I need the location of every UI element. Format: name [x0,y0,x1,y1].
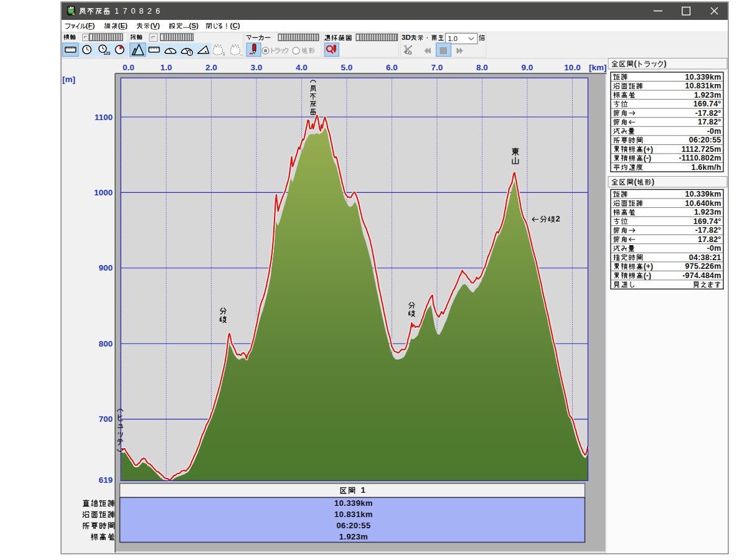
svg-text:-974.484m: -974.484m [682,271,721,280]
svg-text:(+): (+) [644,145,653,154]
svg-text:): ) [664,59,667,68]
svg-text:1: 1 [115,7,119,16]
svg-text:5.0: 5.0 [341,63,353,72]
svg-text:10.339km: 10.339km [685,190,721,198]
svg-text:1100: 1100 [95,113,113,122]
svg-text:169.74°: 169.74° [693,100,721,108]
svg-text:06:20:55: 06:20:55 [336,521,370,530]
svg-text:10.339km: 10.339km [334,498,373,508]
svg-text:1112.725m: 1112.725m [682,145,721,154]
svg-text:(V): (V) [151,22,161,29]
svg-text:6: 6 [156,7,160,16]
svg-text:10.640km: 10.640km [685,199,721,208]
svg-text:(C): (C) [230,22,240,29]
svg-text:900: 900 [98,263,113,273]
svg-text:975.226m: 975.226m [685,262,721,271]
svg-text:2: 2 [148,7,152,16]
svg-text:1.923m: 1.923m [339,532,369,541]
svg-text:-0m: -0m [707,244,721,253]
svg-text:(-): (-) [644,271,651,280]
svg-text:1.0: 1.0 [161,63,172,72]
svg-text:...(S): ...(S) [183,22,199,29]
svg-text:619: 619 [98,475,113,485]
svg-text:17.82°: 17.82° [698,118,721,126]
svg-text:6.0: 6.0 [386,63,398,72]
svg-text:[m]: [m] [62,75,75,84]
svg-text:10.831km: 10.831km [334,510,373,519]
svg-text:10.0: 10.0 [564,63,580,72]
svg-text:17.82°: 17.82° [698,235,721,244]
svg-text:06:20:55: 06:20:55 [689,136,721,144]
svg-text:800: 800 [98,339,113,348]
svg-text:(E): (E) [118,22,128,29]
svg-text:1000: 1000 [94,188,113,197]
svg-text:10.831km: 10.831km [685,82,721,90]
svg-text:1.0: 1.0 [448,35,458,42]
svg-text:(+): (+) [644,262,653,271]
svg-text:7: 7 [123,7,127,16]
svg-text:-17.82°: -17.82° [695,109,721,118]
svg-text:700: 700 [98,414,113,424]
svg-text:-17.82°: -17.82° [695,226,721,235]
svg-text:0.0: 0.0 [123,63,134,72]
svg-text:123: 123 [103,51,110,55]
svg-text:1.6km/h: 1.6km/h [692,163,721,172]
svg-text:2.0: 2.0 [205,63,217,72]
svg-text:1: 1 [361,485,366,495]
svg-text:[km]: [km] [589,63,607,72]
svg-text:..: .. [240,51,243,57]
svg-text:1.923m: 1.923m [694,208,721,217]
svg-text:4.0: 4.0 [296,63,308,72]
svg-text:0: 0 [131,7,135,16]
svg-text:-0m: -0m [707,127,721,136]
svg-text:3D: 3D [402,34,411,41]
svg-text:8: 8 [139,7,144,16]
svg-text:169.74°: 169.74° [693,217,721,226]
svg-text:2: 2 [556,214,560,223]
svg-text:7.0: 7.0 [431,63,443,72]
svg-text:-1110.802m: -1110.802m [679,154,721,162]
svg-text:1.923m: 1.923m [694,91,721,100]
svg-text:04:38:21: 04:38:21 [689,253,721,262]
svg-text:10.339km: 10.339km [685,73,721,82]
svg-text:(-): (-) [644,154,651,162]
svg-text:8.0: 8.0 [476,63,488,72]
svg-text:): ) [652,177,654,186]
svg-text:9.0: 9.0 [522,63,533,72]
svg-text:3.0: 3.0 [251,63,263,72]
svg-text:1: 1 [223,51,225,57]
svg-text:(F): (F) [86,22,95,29]
